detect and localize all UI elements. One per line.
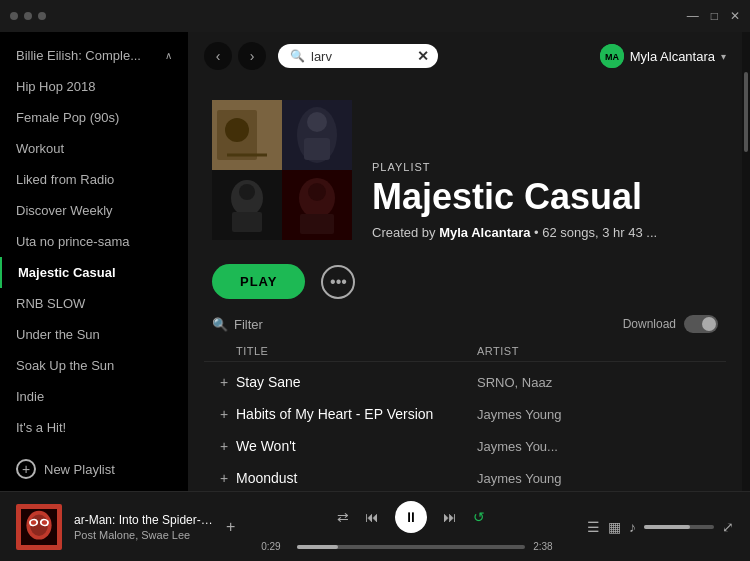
minimize-button[interactable]: — [687, 9, 699, 23]
player-add-icon[interactable]: + [226, 518, 235, 536]
forward-button[interactable]: › [238, 42, 266, 70]
track-row[interactable]: + Stay Sane SRNO, Naaz [204, 366, 726, 398]
playlist-songcount: 62 songs, 3 hr 43 ... [542, 225, 657, 240]
scroll-indicator [742, 32, 750, 491]
new-playlist-button[interactable]: + New Playlist [0, 447, 188, 491]
track-title: Habits of My Heart - EP Version [236, 406, 477, 422]
sidebar-item-rnb-slow[interactable]: RNB SLOW [0, 288, 188, 319]
volume-button[interactable]: ♪ [629, 519, 636, 535]
search-clear-icon[interactable]: ✕ [417, 48, 429, 64]
plus-circle-icon: + [16, 459, 36, 479]
track-header: TITLE ARTIST [204, 341, 726, 362]
bottom-player: ar-Man: Into the Spider-Ve Post Malone, … [0, 491, 750, 561]
svg-text:MA: MA [605, 52, 619, 62]
track-artist: Jaymes Young [477, 407, 718, 422]
nav-bar: ‹ › 🔍 ✕ MA Myla Alcantara ▾ [188, 32, 742, 80]
sidebar-item-billie[interactable]: Billie Eilish: Comple... ∧ [0, 40, 188, 71]
avatar: MA [600, 44, 624, 68]
playlist-creator: Myla Alcantara [439, 225, 530, 240]
art-cell-3 [212, 170, 282, 240]
filter-input[interactable] [234, 317, 402, 332]
prev-button[interactable]: ⏮ [365, 509, 379, 525]
player-right: ☰ ▦ ♪ ⤢ [587, 519, 734, 535]
window-controls: — □ ✕ [687, 9, 740, 23]
volume-fill [644, 525, 690, 529]
track-title: Moondust [236, 470, 477, 486]
repeat-button[interactable]: ↺ [473, 509, 485, 525]
playlist-header: PLAYLIST Majestic Casual Created by Myla… [188, 80, 742, 256]
scroll-thumb [744, 72, 748, 152]
svg-point-8 [307, 112, 327, 132]
sidebar: Billie Eilish: Comple... ∧ Hip Hop 2018 … [0, 32, 188, 491]
add-track-icon[interactable]: + [212, 374, 236, 390]
shuffle-button[interactable]: ⇄ [337, 509, 349, 525]
more-options-button[interactable]: ••• [321, 265, 355, 299]
sidebar-item-soak-up-the-sun[interactable]: Soak Up the Sun [0, 350, 188, 381]
playlist-art [212, 100, 352, 240]
progress-fill [297, 545, 338, 549]
art-cell-2 [282, 100, 352, 170]
close-button[interactable]: ✕ [730, 9, 740, 23]
download-wrap: Download [623, 315, 718, 333]
column-artist: ARTIST [477, 345, 718, 357]
track-artist: Jaymes You... [477, 439, 718, 454]
player-track-info: ar-Man: Into the Spider-Ve Post Malone, … [74, 513, 214, 541]
track-title: Stay Sane [236, 374, 477, 390]
add-track-icon[interactable]: + [212, 438, 236, 454]
playlist-meta: Created by Myla Alcantara • 62 songs, 3 … [372, 225, 718, 240]
back-button[interactable]: ‹ [204, 42, 232, 70]
download-toggle[interactable] [684, 315, 718, 333]
volume-bar[interactable] [644, 525, 714, 529]
player-album-art [16, 504, 62, 550]
next-button[interactable]: ⏭ [443, 509, 457, 525]
sidebar-item-liked-radio[interactable]: Liked from Radio [0, 164, 188, 195]
sidebar-item-majestic-casual[interactable]: Majestic Casual [0, 257, 188, 288]
progress-bar-wrap: 0:29 2:38 [261, 541, 561, 552]
sidebar-item-under-the-sun[interactable]: Under the Sun [0, 319, 188, 350]
fullscreen-button[interactable]: ⤢ [722, 519, 734, 535]
sidebar-item-uta[interactable]: Uta no prince-sama [0, 226, 188, 257]
sidebar-item-indie[interactable]: Indie [0, 381, 188, 412]
player-track-artist: Post Malone, Swae Lee [74, 529, 214, 541]
app-body: Billie Eilish: Comple... ∧ Hip Hop 2018 … [0, 32, 750, 491]
devices-button[interactable]: ▦ [608, 519, 621, 535]
player-controls: ⇄ ⏮ ⏸ ⏭ ↺ 0:29 2:38 [247, 501, 575, 552]
maximize-button[interactable]: □ [711, 9, 718, 23]
search-input[interactable] [311, 49, 411, 64]
sidebar-item-workout[interactable]: Workout [0, 133, 188, 164]
sidebar-item-femalepop[interactable]: Female Pop (90s) [0, 102, 188, 133]
dropdown-icon[interactable]: ▾ [721, 51, 726, 62]
play-pause-button[interactable]: ⏸ [395, 501, 427, 533]
dot-3 [38, 12, 46, 20]
track-row[interactable]: + We Won't Jaymes You... [204, 430, 726, 462]
nav-arrows: ‹ › [204, 42, 266, 70]
filter-input-wrap: 🔍 [212, 317, 402, 332]
add-track-icon[interactable]: + [212, 406, 236, 422]
track-title: We Won't [236, 438, 477, 454]
username-label: Myla Alcantara [630, 49, 715, 64]
add-track-icon[interactable]: + [212, 470, 236, 486]
time-total: 2:38 [533, 541, 561, 552]
playlist-title: Majestic Casual [372, 177, 718, 217]
play-button[interactable]: PLAY [212, 264, 305, 299]
progress-bar[interactable] [297, 545, 525, 549]
title-bar-dots [10, 12, 46, 20]
svg-point-12 [239, 184, 255, 200]
track-list-container: 🔍 Download TITLE ARTIST + Stay [188, 311, 742, 491]
player-buttons: ⇄ ⏮ ⏸ ⏭ ↺ [337, 501, 485, 533]
chevron-icon: ∧ [165, 50, 172, 61]
art-cell-1 [212, 100, 282, 170]
time-current: 0:29 [261, 541, 289, 552]
sidebar-item-discover-weekly[interactable]: Discover Weekly [0, 195, 188, 226]
sidebar-playlist-list: Billie Eilish: Comple... ∧ Hip Hop 2018 … [0, 32, 188, 447]
track-row[interactable]: + Habits of My Heart - EP Version Jaymes… [204, 398, 726, 430]
svg-point-16 [308, 183, 326, 201]
sidebar-item-hiphop[interactable]: Hip Hop 2018 [0, 71, 188, 102]
playlist-info: PLAYLIST Majestic Casual Created by Myla… [372, 161, 718, 240]
sidebar-item-its-a-hit[interactable]: It's a Hit! [0, 412, 188, 443]
svg-rect-17 [300, 214, 334, 234]
track-row[interactable]: + Moondust Jaymes Young [204, 462, 726, 491]
search-bar[interactable]: 🔍 ✕ [278, 44, 438, 68]
queue-button[interactable]: ☰ [587, 519, 600, 535]
player-track-name: ar-Man: Into the Spider-Ve [74, 513, 214, 527]
